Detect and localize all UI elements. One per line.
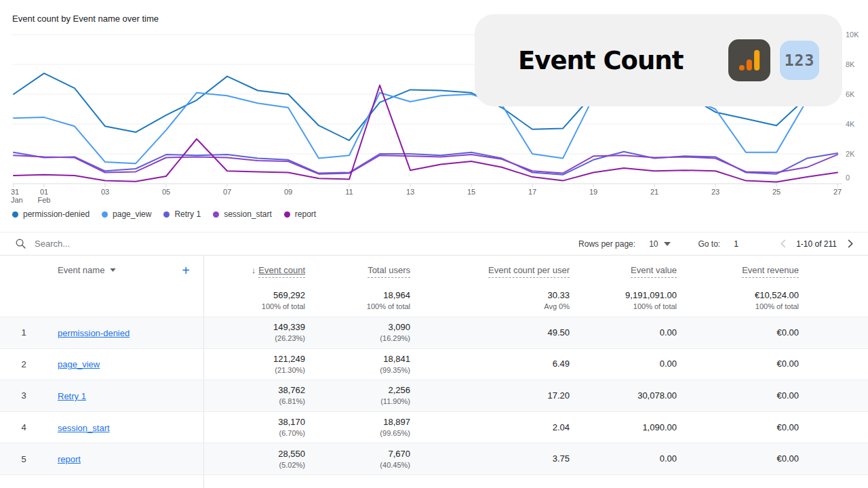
event-name-link[interactable]: page_view (58, 359, 100, 369)
legend-dot-icon (213, 211, 219, 218)
x-axis-label: 09 (284, 188, 292, 196)
legend-label: permission-denied (23, 209, 90, 219)
y-axis-label: 6K (846, 90, 855, 98)
y-axis-label: 10K (846, 30, 859, 39)
overlay-card-title: Event Count (518, 46, 728, 75)
number-123-label: 123 (785, 52, 815, 69)
legend-dot-icon (284, 211, 290, 218)
x-axis-label: 13 (406, 188, 414, 196)
row-number: 2 (0, 359, 47, 369)
event-count-overlay-card: Event Count 123 (475, 14, 842, 106)
event-name-link[interactable]: report (58, 454, 81, 464)
total-event-count-sub: 100% of total (204, 302, 305, 311)
x-axis-label: 23 (711, 188, 719, 196)
y-axis-label: 8K (846, 60, 855, 68)
rows-per-page-label: Rows per page: (578, 239, 635, 249)
column-header-event-count-per-user[interactable]: Event count per user (488, 265, 570, 275)
add-column-button[interactable]: + (182, 264, 190, 277)
table-totals-row: 569,292 100% of total 18,964 100% of tot… (0, 285, 868, 317)
x-axis-sublabel: Feb (38, 196, 51, 204)
table-row: 5 report 28,550(5.02%) 7,670(40.45%) 3.7… (0, 443, 868, 474)
x-axis-label: 31 (11, 188, 19, 196)
rows-per-page-select[interactable]: 10 (649, 239, 671, 249)
x-axis-label: 19 (589, 188, 597, 196)
legend-item-report: report (284, 209, 316, 219)
pagination-controls: Rows per page: 10 Go to: 1-10 of 211 (578, 237, 857, 251)
legend-label: Retry 1 (174, 209, 201, 219)
column-header-event-value[interactable]: Event value (631, 265, 677, 275)
y-axis-label: 0 (846, 174, 850, 182)
total-revenue: €10,524.00 (677, 290, 799, 301)
total-per-user-sub: Avg 0% (410, 302, 570, 311)
total-event-value: 9,191,091.00 (570, 290, 677, 301)
total-revenue-sub: 100% of total (677, 302, 799, 311)
table-header-row: Event name + ↓Event count Total users Ev… (0, 256, 868, 285)
column-header-event-count[interactable]: ↓Event count (252, 265, 305, 275)
y-axis-label: 2K (846, 150, 855, 158)
table-row: 2 page_view 121,249(21.30%) 18,841(99.35… (0, 348, 868, 380)
dropdown-caret-icon (110, 268, 116, 272)
total-users: 18,964 (305, 290, 410, 301)
legend-label: page_view (113, 209, 151, 219)
legend-item-page_view: page_view (102, 209, 151, 219)
x-axis-label: 07 (223, 188, 231, 196)
x-axis-label: 03 (101, 188, 109, 196)
event-name-link[interactable]: session_start (58, 423, 110, 433)
total-per-user: 30.33 (410, 290, 570, 301)
table-row: 4 session_start 38,170(6.70%) 18,897(99.… (0, 411, 868, 443)
row-number: 4 (0, 422, 47, 432)
row-number: 1 (0, 327, 47, 338)
legend-item-Retry 1: Retry 1 (163, 209, 201, 219)
legend-dot-icon (163, 211, 170, 218)
legend-dot-icon (12, 211, 18, 218)
x-axis-sublabel: Jan (11, 196, 23, 204)
table-row-partial (0, 474, 868, 488)
x-axis-label: 15 (467, 188, 475, 196)
event-name-link[interactable]: Retry 1 (58, 391, 86, 401)
event-name-link[interactable]: permission-denied (58, 328, 130, 338)
row-number: 5 (0, 454, 47, 464)
row-number: 3 (0, 390, 47, 401)
rows-per-page-value: 10 (649, 239, 658, 249)
legend-item-session_start: session_start (213, 209, 272, 219)
total-event-value-sub: 100% of total (570, 302, 677, 311)
number-123-icon: 123 (780, 41, 819, 80)
pagination-range-label: 1-10 of 211 (796, 239, 837, 249)
total-users-sub: 100% of total (305, 302, 410, 311)
x-axis-label: 27 (833, 188, 842, 196)
x-axis-label: 05 (162, 188, 170, 196)
legend-item-permission-denied: permission-denied (12, 209, 90, 219)
table-row: 1 permission-denied 149,339(26.23%) 3,09… (0, 317, 868, 348)
legend-dot-icon (102, 211, 108, 218)
total-event-count: 569,292 (204, 290, 305, 301)
x-axis-label: 25 (772, 188, 781, 196)
analytics-report-page: 02K4K6K8K10K31Jan01Feb030507091113151719… (0, 0, 868, 488)
search-input[interactable] (35, 239, 469, 249)
event-name-column-header[interactable]: Event name (58, 265, 116, 275)
x-axis-label: 11 (345, 188, 353, 196)
next-page-button[interactable] (842, 237, 857, 251)
chart-title: Event count by Event name over time (12, 14, 159, 24)
goto-page-input[interactable] (734, 239, 757, 249)
event-name-header-label: Event name (58, 265, 104, 275)
search-bar (15, 238, 578, 249)
table-toolbar: Rows per page: 10 Go to: 1-10 of 211 (0, 232, 868, 256)
previous-page-button[interactable] (776, 237, 791, 251)
google-analytics-icon (728, 39, 770, 81)
x-axis-label: 21 (650, 188, 658, 196)
legend-label: session_start (224, 209, 272, 219)
sort-descending-icon: ↓ (252, 265, 256, 275)
search-icon (15, 238, 26, 249)
goto-label: Go to: (698, 239, 720, 249)
legend-label: report (295, 209, 316, 219)
events-table: Event name + ↓Event count Total users Ev… (0, 256, 868, 488)
dropdown-caret-icon (664, 242, 671, 246)
chart-legend: permission-deniedpage_viewRetry 1session… (12, 209, 316, 219)
x-axis-label: 17 (528, 188, 536, 196)
column-header-event-revenue[interactable]: Event revenue (742, 265, 799, 275)
column-header-total-users[interactable]: Total users (368, 265, 410, 275)
x-axis-label: 01 (40, 188, 48, 196)
y-axis-label: 4K (846, 120, 855, 128)
table-row: 3 Retry 1 38,762(6.81%) 2,256(11.90%) 17… (0, 380, 868, 411)
